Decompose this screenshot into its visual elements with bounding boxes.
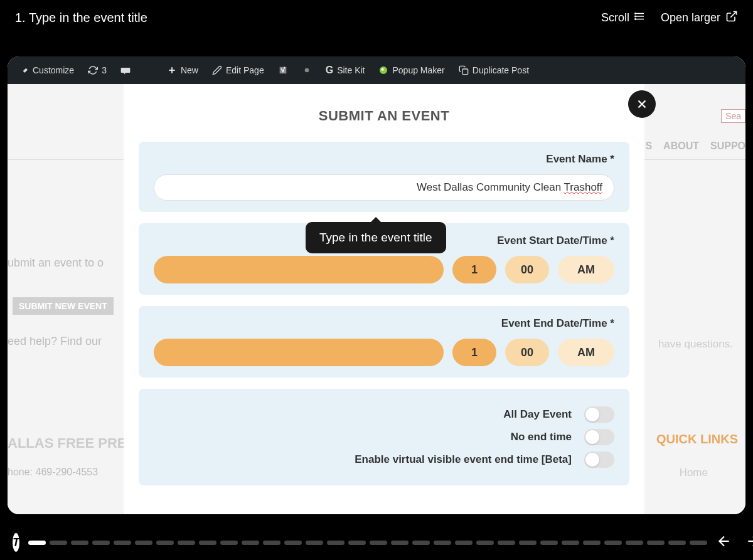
progress-segment[interactable] [92,541,110,545]
customize-link[interactable]: Customize [14,65,79,75]
bg-nav-suppo[interactable]: SUPPO [710,140,745,152]
open-larger-button[interactable]: Open larger [661,10,738,26]
progress-segment[interactable] [114,541,131,545]
end-date-input[interactable] [154,339,444,366]
prev-step-button[interactable] [716,533,732,552]
bg-nav-s[interactable]: S [645,140,652,152]
end-datetime-label: Event End Date/Time * [154,317,614,330]
plus-icon [167,65,177,75]
brush-icon [19,65,29,75]
updates-link[interactable]: 3 [83,65,112,75]
progress-segment[interactable] [242,541,259,545]
progress-segment[interactable] [71,541,88,545]
all-day-toggle[interactable] [584,406,614,423]
bg-phone: hone: 469-290-4553 [8,467,98,478]
progress-segment[interactable] [412,541,430,545]
event-name-value-pre: West Dallas Community Clean [417,181,564,193]
next-step-button[interactable] [745,533,753,552]
progress-segment[interactable] [540,541,558,545]
edit-page-label: Edit Page [226,65,264,75]
edit-page-link[interactable]: Edit Page [207,65,269,75]
tango-logo[interactable]: T [13,533,19,552]
scroll-control[interactable]: Scroll [601,11,646,25]
progress-segment[interactable] [519,541,537,545]
popup-maker-link[interactable]: Popup Maker [373,65,449,75]
start-ampm-input[interactable]: AM [558,256,614,283]
event-name-input[interactable]: West Dallas Community Clean Trashoff [154,174,614,201]
dot-icon [302,65,312,75]
external-link-icon [725,10,738,26]
screenshot-viewport: Customize 3 New Edit Page G Site Kit Pop… [8,56,745,514]
progress-segment[interactable] [178,541,195,545]
svg-rect-12 [462,69,468,75]
progress-segment[interactable] [135,541,152,545]
customize-label: Customize [33,65,74,75]
no-end-toggle[interactable] [584,429,614,445]
progress-segment[interactable] [220,541,238,545]
end-ampm-input[interactable]: AM [558,339,614,366]
site-kit-label: Site Kit [337,65,365,75]
progress-segment[interactable] [476,541,494,545]
bg-nav-about[interactable]: ABOUT [663,140,699,152]
progress-segment[interactable] [583,541,601,545]
progress-segment[interactable] [306,541,323,545]
progress-segment[interactable] [647,541,665,545]
svg-point-11 [382,68,384,71]
modal-title: SUBMIT AN EVENT [124,84,644,142]
end-minute-input[interactable]: 00 [505,339,549,366]
start-minute-input[interactable]: 00 [505,256,549,283]
bg-need-help: eed help? Find our [8,335,102,348]
start-date-input[interactable] [154,256,444,283]
bg-submit-button[interactable]: SUBMIT NEW EVENT [13,297,114,315]
progress-segment[interactable] [348,541,366,545]
duplicate-post-link[interactable]: Duplicate Post [454,65,534,75]
pencil-icon [212,65,222,75]
yoast-link[interactable] [273,65,293,75]
popup-icon [378,65,388,75]
duplicate-post-label: Duplicate Post [473,65,529,75]
progress-segment[interactable] [327,541,344,545]
progress-segment[interactable] [498,541,515,545]
virtual-end-label: Enable virtual visible event end time [B… [355,453,572,466]
svg-point-4 [635,16,636,17]
toggles-section: All Day Event No end time Enable virtual… [139,389,629,485]
progress-segment[interactable] [455,541,473,545]
progress-segment[interactable] [284,541,302,545]
bg-home-link[interactable]: Home [680,467,708,479]
progress-segment[interactable] [50,541,67,545]
bottom-bar: T [0,525,753,560]
wp-admin-bar: Customize 3 New Edit Page G Site Kit Pop… [8,56,745,84]
svg-point-5 [635,18,636,19]
event-name-value-misspell: Trashoff [564,181,602,193]
open-larger-label: Open larger [661,11,720,24]
no-end-label: No end time [511,431,572,443]
bg-quick-links: QUICK LINKS [656,432,738,446]
progress-segment[interactable] [28,541,46,545]
modal-close-button[interactable] [628,90,656,118]
new-link[interactable]: New [162,65,203,75]
progress-segment[interactable] [690,541,707,545]
progress-segment[interactable] [156,541,174,545]
progress-segment[interactable] [391,541,409,545]
progress-segment[interactable] [562,541,579,545]
comments-link[interactable] [115,65,136,75]
progress-bar[interactable] [28,541,707,545]
site-kit-link[interactable]: G Site Kit [321,65,370,76]
refresh-icon [88,65,98,75]
step-title: 1. Type in the event title [15,11,147,25]
progress-segment[interactable] [199,541,216,545]
virtual-end-toggle[interactable] [584,452,614,468]
yoast-icon [278,65,288,75]
end-hour-input[interactable]: 1 [452,339,496,366]
progress-segment[interactable] [434,541,451,545]
progress-segment[interactable] [604,541,622,545]
progress-segment[interactable] [370,541,387,545]
start-hour-input[interactable]: 1 [452,256,496,283]
bg-questions: have questions. [658,338,733,351]
status-dot [297,65,317,75]
bg-search-input[interactable]: Sea [721,109,745,123]
progress-segment[interactable] [668,541,686,545]
progress-segment[interactable] [263,541,280,545]
progress-segment[interactable] [626,541,643,545]
end-datetime-section: Event End Date/Time * 1 00 AM [139,306,629,378]
